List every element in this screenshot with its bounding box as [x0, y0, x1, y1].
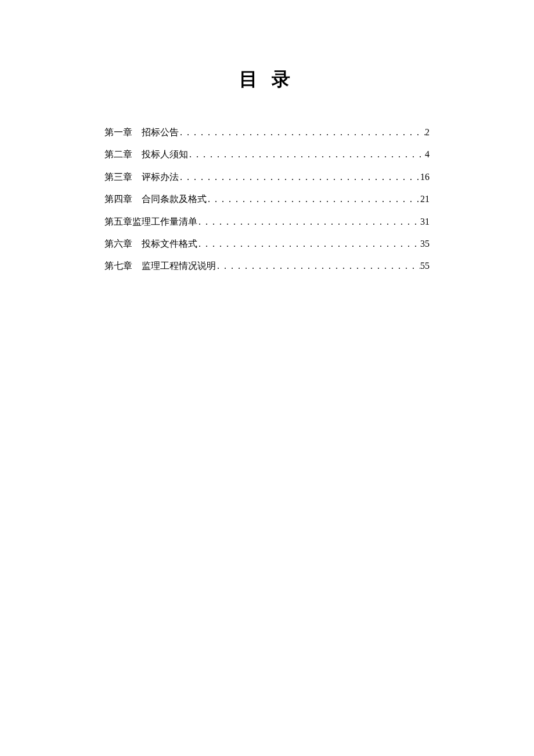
toc-chapter: 第三章 [104, 166, 132, 188]
toc-separator [132, 166, 142, 188]
toc-page-number: 55 [420, 255, 430, 277]
toc-entry: 第七章 监理工程情况说明 55 [104, 255, 430, 277]
toc-entry: 第二章 投标人须知 4 [104, 143, 430, 165]
toc-page-number: 31 [420, 211, 430, 233]
toc-chapter: 第一章 [104, 121, 132, 143]
toc-leader-dots [207, 188, 420, 210]
toc-page-number: 21 [420, 188, 430, 210]
toc-leader-dots [216, 255, 420, 277]
toc-page-number: 4 [425, 143, 430, 165]
toc-entry: 第五章 监理工作量清单 31 [104, 211, 430, 233]
page-title: 目 录 [0, 67, 534, 92]
toc-leader-dots [197, 233, 420, 255]
toc-chapter: 第七章 [104, 255, 132, 277]
toc-chapter: 第四章 [104, 188, 132, 210]
toc-name: 评标办法 [142, 166, 179, 188]
toc-name: 合同条款及格式 [142, 188, 207, 210]
toc-entry: 第六章 投标文件格式 35 [104, 233, 430, 255]
toc-page-number: 16 [420, 166, 430, 188]
toc-entry: 第一章 招标公告 2 [104, 121, 430, 143]
toc-chapter: 第六章 [104, 233, 132, 255]
toc-separator [132, 121, 142, 143]
toc-name: 招标公告 [142, 121, 179, 143]
toc-chapter: 第五章 [104, 211, 132, 233]
toc-name: 投标人须知 [142, 143, 188, 165]
toc-leader-dots [179, 166, 420, 188]
toc-chapter: 第二章 [104, 143, 132, 165]
toc-separator [132, 233, 142, 255]
toc-separator [132, 255, 142, 277]
toc-leader-dots [179, 121, 425, 143]
toc-entry: 第四章 合同条款及格式 21 [104, 188, 430, 210]
toc-page-number: 2 [425, 121, 430, 143]
toc-separator [132, 188, 142, 210]
toc-name: 监理工程情况说明 [142, 255, 216, 277]
toc-leader-dots [197, 211, 420, 233]
toc-separator [132, 143, 142, 165]
table-of-contents: 第一章 招标公告 2 第二章 投标人须知 4 第三章 评标办法 16 第四章 合… [104, 121, 430, 278]
toc-name: 投标文件格式 [142, 233, 197, 255]
toc-name: 监理工作量清单 [132, 211, 197, 233]
toc-page-number: 35 [420, 233, 430, 255]
toc-entry: 第三章 评标办法 16 [104, 166, 430, 188]
toc-leader-dots [188, 143, 425, 165]
